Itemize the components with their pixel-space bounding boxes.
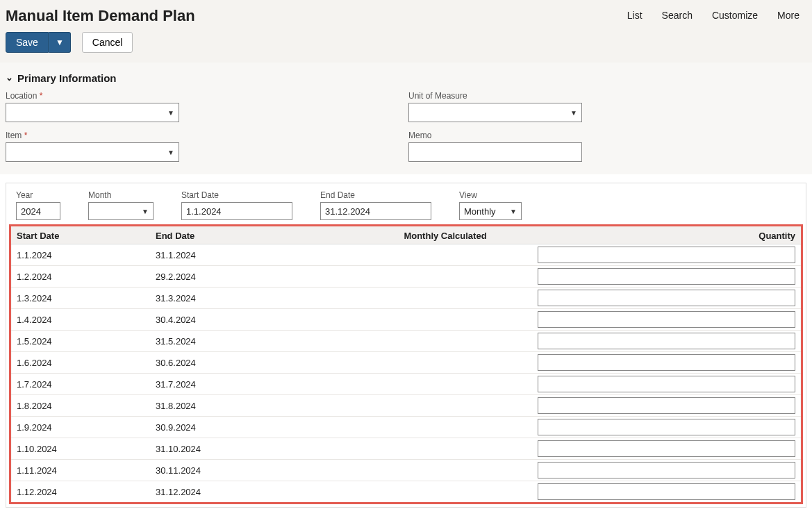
table-row: 1.6.202430.6.2024 <box>11 352 801 374</box>
page-title: Manual Item Demand Plan <box>6 7 195 25</box>
end-date-label: End Date <box>320 190 431 200</box>
cell-end-date: 30.11.2024 <box>150 460 358 481</box>
item-select[interactable]: ▼ <box>6 142 179 162</box>
cell-start-date: 1.3.2024 <box>11 288 150 309</box>
cell-end-date: 29.2.2024 <box>150 266 358 288</box>
cell-end-date: 31.12.2024 <box>150 481 358 503</box>
cell-quantity <box>532 244 801 266</box>
memo-label: Memo <box>408 131 610 140</box>
location-select[interactable]: ▼ <box>6 103 179 122</box>
cell-monthly-calculated <box>358 417 532 438</box>
quantity-input[interactable] <box>538 354 795 371</box>
caret-down-icon: ▼ <box>570 109 577 117</box>
cell-start-date: 1.2.2024 <box>11 266 150 288</box>
demand-grid: Start Date End Date Monthly Calculated Q… <box>11 226 801 502</box>
cell-start-date: 1.7.2024 <box>11 374 150 395</box>
quantity-input[interactable] <box>538 397 795 414</box>
table-row: 1.12.202431.12.2024 <box>11 481 801 503</box>
quantity-input[interactable] <box>538 419 795 435</box>
cell-start-date: 1.9.2024 <box>11 417 150 438</box>
cell-quantity <box>532 266 801 288</box>
col-header-start[interactable]: Start Date <box>11 226 150 244</box>
cell-end-date: 30.6.2024 <box>150 352 358 374</box>
uom-label: Unit of Measure <box>408 91 610 101</box>
cell-monthly-calculated <box>358 309 532 331</box>
cell-end-date: 31.3.2024 <box>150 288 358 309</box>
cell-start-date: 1.5.2024 <box>11 331 150 352</box>
cell-start-date: 1.4.2024 <box>11 309 150 331</box>
save-button[interactable]: Save <box>6 32 49 53</box>
end-date-input[interactable]: 31.12.2024 <box>320 202 431 220</box>
quantity-input[interactable] <box>538 268 795 285</box>
cancel-button[interactable]: Cancel <box>82 32 133 53</box>
col-header-end[interactable]: End Date <box>150 226 358 244</box>
table-row: 1.9.202430.9.2024 <box>11 417 801 438</box>
cell-monthly-calculated <box>358 460 532 481</box>
cell-end-date: 31.5.2024 <box>150 331 358 352</box>
col-header-qty[interactable]: Quantity <box>532 226 801 244</box>
table-row: 1.8.202431.8.2024 <box>11 395 801 417</box>
quantity-input[interactable] <box>538 333 795 349</box>
table-row: 1.5.202431.5.2024 <box>11 331 801 352</box>
col-header-calc[interactable]: Monthly Calculated <box>358 226 532 244</box>
cell-monthly-calculated <box>358 266 532 288</box>
cell-quantity <box>532 438 801 460</box>
cell-monthly-calculated <box>358 352 532 374</box>
cell-monthly-calculated <box>358 374 532 395</box>
cell-quantity <box>532 460 801 481</box>
start-date-label: Start Date <box>181 190 292 200</box>
month-select[interactable]: ▼ <box>88 202 154 220</box>
start-date-input[interactable]: 1.1.2024 <box>181 202 292 220</box>
cell-quantity <box>532 481 801 503</box>
table-row: 1.2.202429.2.2024 <box>11 266 801 288</box>
caret-down-icon: ▼ <box>167 149 174 156</box>
cell-end-date: 30.4.2024 <box>150 309 358 331</box>
location-label: Location * <box>6 91 207 101</box>
quantity-input[interactable] <box>538 376 795 392</box>
uom-select[interactable]: ▼ <box>408 103 582 122</box>
memo-input[interactable] <box>408 142 582 162</box>
cell-start-date: 1.10.2024 <box>11 438 150 460</box>
cell-quantity <box>532 288 801 309</box>
year-label: Year <box>16 190 60 200</box>
top-link-search[interactable]: Search <box>662 10 693 21</box>
demand-grid-highlight: Start Date End Date Monthly Calculated Q… <box>9 224 803 504</box>
top-link-customize[interactable]: Customize <box>712 10 758 21</box>
month-label: Month <box>88 190 154 200</box>
cell-quantity <box>532 395 801 417</box>
view-select[interactable]: Monthly ▼ <box>459 202 522 220</box>
top-link-more[interactable]: More <box>777 10 799 21</box>
cell-quantity <box>532 331 801 352</box>
table-row: 1.1.202431.1.2024 <box>11 244 801 266</box>
caret-down-icon: ▼ <box>167 109 174 117</box>
top-link-list[interactable]: List <box>627 10 643 21</box>
caret-down-icon: ▼ <box>510 208 517 215</box>
cell-end-date: 31.1.2024 <box>150 244 358 266</box>
quantity-input[interactable] <box>538 440 795 457</box>
caret-down-icon: ▼ <box>142 208 149 215</box>
quantity-input[interactable] <box>538 247 795 263</box>
cell-quantity <box>532 352 801 374</box>
cell-monthly-calculated <box>358 288 532 309</box>
cell-start-date: 1.12.2024 <box>11 481 150 503</box>
section-title: Primary Information <box>17 72 117 84</box>
top-links: List Search Customize More <box>627 6 806 21</box>
table-row: 1.4.202430.4.2024 <box>11 309 801 331</box>
quantity-input[interactable] <box>538 290 795 306</box>
cell-monthly-calculated <box>358 244 532 266</box>
cell-end-date: 31.7.2024 <box>150 374 358 395</box>
year-input[interactable]: 2024 <box>16 202 60 220</box>
quantity-input[interactable] <box>538 311 795 328</box>
cell-quantity <box>532 417 801 438</box>
cell-start-date: 1.11.2024 <box>11 460 150 481</box>
quantity-input[interactable] <box>538 462 795 478</box>
quantity-input[interactable] <box>538 483 795 500</box>
section-header-primary[interactable]: ⌄ Primary Information <box>6 72 806 84</box>
item-label: Item * <box>6 131 207 140</box>
chevron-down-icon: ⌄ <box>6 72 13 83</box>
table-row: 1.11.202430.11.2024 <box>11 460 801 481</box>
cell-quantity <box>532 374 801 395</box>
save-dropdown-button[interactable]: ▼ <box>49 32 71 53</box>
cell-start-date: 1.8.2024 <box>11 395 150 417</box>
cell-monthly-calculated <box>358 481 532 503</box>
